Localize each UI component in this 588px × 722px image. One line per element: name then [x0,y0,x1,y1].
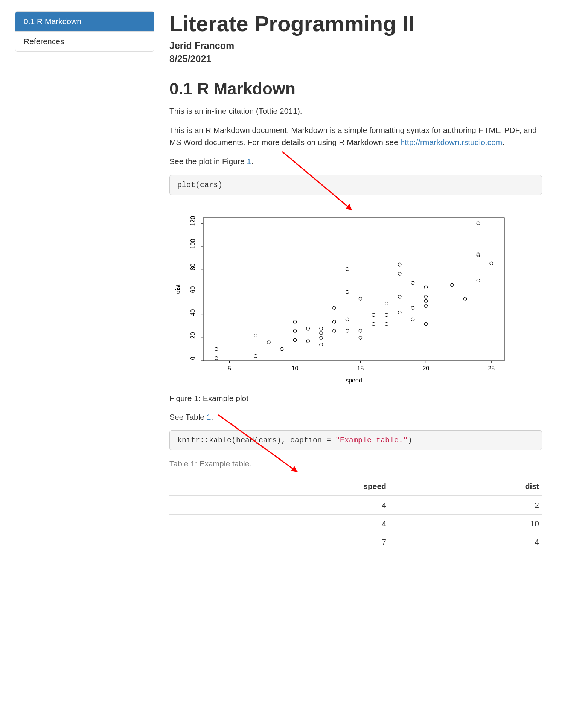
table-ref-link[interactable]: 1 [207,413,211,421]
data-point [398,295,401,298]
date: 8/25/2021 [169,53,542,64]
table-cell: 4 [169,496,389,515]
data-point [385,313,388,316]
data-point [293,329,296,332]
y-tick-label: 80 [190,263,196,270]
table-cell: 4 [169,515,389,533]
data-point [333,329,336,332]
code-block-plot: plot(cars) [169,175,542,195]
data-point [320,332,323,335]
data-point [477,222,480,225]
citation-paragraph: This is an in-line citation (Tottie 2011… [169,105,542,117]
table-row: 410 [169,515,542,533]
data-point [320,336,323,339]
y-tick-label: 60 [190,286,196,293]
data-point [398,263,401,266]
data-point [215,356,218,359]
see-table-paragraph: See Table 1. [169,411,542,423]
data-point [359,329,362,332]
data-point [477,279,480,282]
see-figure-paragraph: See the plot in Figure 1. [169,155,542,168]
data-point [359,297,362,300]
code-text: plot(cars) [177,181,222,189]
data-point [346,318,349,321]
data-point [293,320,296,323]
data-point [372,313,375,316]
data-point [280,347,283,350]
data-point [411,318,414,321]
x-tick-label: 15 [357,365,364,372]
data-point [411,306,414,309]
intro-text-post: . [502,138,504,146]
data-point [463,297,466,300]
rmarkdown-link[interactable]: http://rmarkdown.rstudio.com [401,138,503,146]
table-cell: 4 [389,533,542,551]
data-point [490,262,493,265]
col-header-speed: speed [169,477,389,496]
scatter-plot: 510152025020406080100120speeddist [169,210,512,387]
data-point [398,272,401,275]
example-table: speed dist 4241074 [169,477,542,551]
figure-caption: Figure 1: Example plot [169,394,542,403]
x-tick-label: 10 [292,365,299,372]
data-point [346,329,349,332]
author: Jerid Francom [169,40,542,51]
table-row: 74 [169,533,542,551]
data-point [372,322,375,325]
figure-ref-link[interactable]: 1 [247,157,251,166]
data-point [424,299,427,302]
x-axis-label: speed [346,377,362,384]
data-point [398,311,401,314]
col-header-dist: dist [389,477,542,496]
code-block-kable: knitr::kable(head(cars), caption = "Exam… [169,430,542,450]
table-cell: 7 [169,533,389,551]
data-point [359,336,362,339]
x-tick-label: 25 [488,365,495,372]
section-heading: 0.1 R Markdown [169,79,542,98]
data-point [254,334,257,337]
data-point [411,281,414,284]
data-point [424,304,427,307]
data-point [346,267,349,270]
y-tick-label: 120 [190,216,196,226]
data-point [254,354,257,357]
table-of-contents: 0.1 R Markdown References [15,11,154,52]
data-point [451,283,454,286]
table-cell: 10 [389,515,542,533]
see-table-pre: See Table [169,413,207,421]
figure-1: 510152025020406080100120speeddist [169,210,542,387]
main-content: Literate Programming II Jerid Francom 8/… [169,11,542,551]
svg-marker-1 [346,204,352,210]
table-cell: 2 [389,496,542,515]
data-point [267,341,270,344]
toc-item-references[interactable]: References [15,32,154,51]
data-point [385,322,388,325]
page-title: Literate Programming II [169,11,542,37]
data-point [215,347,218,350]
x-tick-label: 5 [228,365,231,372]
code-string: "Example table." [335,436,408,445]
y-tick-label: 0 [190,356,196,360]
toc-item-r-markdown[interactable]: 0.1 R Markdown [15,12,154,32]
y-axis-label: dist [175,284,181,294]
data-point [320,343,323,346]
y-tick-label: 20 [190,332,196,339]
table-caption: Table 1: Example table. [169,459,542,468]
see-table-post: . [211,413,213,421]
code-post: ) [408,436,412,445]
data-point [333,320,336,323]
see-figure-post: . [251,157,253,166]
data-point [424,286,427,289]
data-point [385,302,388,305]
data-point [333,306,336,309]
table-row: 42 [169,496,542,515]
x-tick-label: 20 [422,365,429,372]
data-point [293,338,296,341]
data-point [306,340,309,343]
data-point [306,327,309,330]
data-point [320,327,323,330]
data-point [424,295,427,298]
table-header-row: speed dist [169,477,542,496]
data-point [424,322,427,325]
code-pre: knitr::kable(head(cars), caption = [177,436,335,445]
